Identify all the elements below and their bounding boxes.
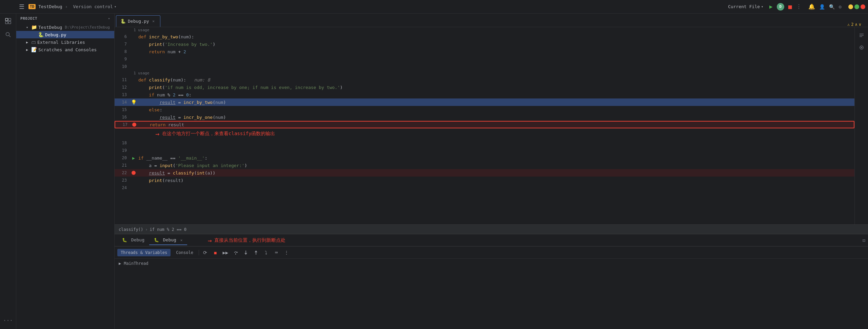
svg-point-5 [6, 33, 9, 36]
tab-debugpy[interactable]: 🐍 Debug.py ✕ [116, 15, 160, 27]
python-tab-icon: 🐍 [120, 19, 126, 24]
chevron-down-icon: ▾ [108, 17, 110, 20]
version-control-btn[interactable]: Version control ▾ [71, 3, 119, 10]
app-icon [3, 0, 15, 12]
current-line-arrow: 💡 [131, 99, 137, 105]
annotation-1: → 在这个地方打一个断点，来查看classify函数的输出 [115, 128, 854, 139]
debug-annotation-2: → 直接从当前位置，执行到新断点处 [208, 236, 285, 244]
console-label: Console [176, 250, 193, 255]
chevron-up-icon: ∧ [855, 22, 857, 27]
breadcrumb-expr[interactable]: if num % 2 == 0 [150, 227, 186, 232]
stop-debug-btn[interactable]: ◼ [211, 249, 219, 257]
svg-rect-4 [8, 21, 11, 24]
console-tab[interactable]: Console [173, 249, 197, 256]
sidebar-header: Project ▾ [16, 14, 114, 23]
warning-icon: ⚠ [847, 22, 850, 27]
project-title[interactable]: TestDebug [38, 4, 62, 9]
editor-wrapper: 1 usage 6 def incr_by_two(num): 7 print(… [115, 27, 868, 224]
run-button[interactable]: ▶ [769, 3, 773, 10]
threads-variables-label: Threads & Variables [121, 250, 167, 255]
chevron-down-icon: ▾ [761, 5, 763, 8]
right-panel-icons [854, 27, 868, 224]
bookmarks-icon[interactable] [856, 30, 867, 41]
more-actions-button[interactable]: ⋮ [796, 3, 802, 10]
code-line-16: 16 result = incr_by_one(num) [115, 113, 854, 121]
chevron-down-icon: ∨ [859, 22, 861, 27]
main-thread-item[interactable]: ▶ MainThread [117, 260, 865, 267]
search-icon[interactable]: 🔍 [829, 4, 835, 10]
code-line-14: 14 💡 result = incr_by_two(num) [115, 98, 854, 106]
tab-close-button[interactable]: ✕ [151, 19, 156, 24]
threads-variables-tab[interactable]: Threads & Variables [117, 249, 171, 256]
editor-area: 🐍 Debug.py ✕ ⚠ 2 ∧ ∨ 1 usage [115, 14, 868, 329]
main-layout: ··· Project ▾ ▾ 📁 TestDebug D:\Project\T… [0, 14, 868, 329]
breakpoint-icon[interactable] [132, 123, 136, 127]
tab-debug-1[interactable]: 🐛 Debug [117, 235, 149, 245]
step-out-btn[interactable] [252, 249, 260, 257]
svg-rect-2 [8, 18, 11, 21]
evaluate-btn[interactable]: ⌨ [272, 249, 280, 257]
sidebar-item-debugpy[interactable]: 🐍 Debug.py [16, 31, 114, 38]
activity-more-icon[interactable]: ··· [2, 314, 14, 326]
sidebar-item-external-libs[interactable]: ▶ 🗃 External Libraries [16, 38, 114, 46]
settings-icon[interactable]: ⚙ [839, 4, 842, 10]
step-over-btn[interactable] [232, 249, 240, 257]
chevron-right-icon: ▶ [24, 39, 30, 45]
bug-icon-2: 🐛 [154, 238, 159, 242]
code-line-19: 19 [115, 147, 854, 154]
svg-line-6 [9, 36, 11, 37]
maximize-button[interactable] [854, 4, 859, 9]
run-to-cursor-btn[interactable]: ⤵ [262, 249, 270, 257]
restore-layout-icon[interactable]: ⊡ [863, 238, 865, 243]
sidebar-item-label: Debug.py [45, 32, 66, 37]
svg-point-11 [861, 47, 862, 48]
tab-debug-2[interactable]: 🐛 Debug ✕ [149, 235, 187, 245]
annotation-arrow-icon: → [155, 130, 159, 138]
restore-btn[interactable]: ⟳ [201, 249, 209, 257]
debug-badge[interactable]: D [777, 3, 784, 11]
chevron-down-icon: ▾ [24, 24, 30, 30]
user-icon[interactable]: 👤 [819, 4, 825, 10]
current-file-button[interactable]: Current File ▾ [726, 3, 765, 10]
sidebar-item-testdebug[interactable]: ▾ 📁 TestDebug D:\Project\TestDebug [16, 23, 114, 31]
code-line-22: 22 result = classify(int(a)) [115, 169, 854, 177]
close-button[interactable] [861, 4, 865, 9]
sidebar: Project ▾ ▾ 📁 TestDebug D:\Project\TestD… [16, 14, 115, 329]
stop-button[interactable]: ■ [788, 3, 792, 10]
activity-search-icon[interactable] [2, 29, 14, 41]
breakpoint-icon-2[interactable] [132, 171, 136, 175]
hamburger-menu[interactable]: ☰ [18, 3, 26, 10]
annotation-arrow-2-icon: → [208, 236, 212, 244]
breadcrumb-separator: › [145, 227, 147, 232]
debug-panel: 🐛 Debug 🐛 Debug ✕ → 直接从当前位置，执行到新断点处 ⊡ [115, 234, 868, 329]
sidebar-item-label: TestDebug [38, 25, 62, 30]
code-line-20: 20 ▶ if __name__ == '__main__': [115, 154, 854, 162]
usage-hint-1: 1 usage [115, 27, 854, 33]
code-line-24: 24 [115, 184, 854, 191]
run-arrow-icon[interactable]: ▶ [132, 156, 135, 161]
minimize-button[interactable] [848, 4, 853, 9]
scratches-icon: 📝 [31, 47, 37, 52]
folder-icon: 📁 [31, 24, 37, 30]
breadcrumb-func[interactable]: classify() [119, 227, 143, 232]
debug-settings-btn[interactable]: ⋮ [282, 249, 291, 257]
tab-bar: 🐍 Debug.py ✕ ⚠ 2 ∧ ∨ [115, 14, 868, 27]
code-line-21: 21 a = input('Please input an integer:') [115, 162, 854, 169]
code-line-15: 15 else: [115, 106, 854, 113]
tab-debug-close[interactable]: ✕ [180, 238, 183, 242]
titlebar: ☰ TD TestDebug › Version control ▾ Curre… [0, 0, 868, 14]
chevron-right-icon: ▶ [24, 47, 30, 52]
activity-project-icon[interactable] [2, 15, 14, 27]
usage-hint-2: 1 usage [115, 70, 854, 76]
settings-panel-icon[interactable] [856, 42, 867, 53]
thread-label: MainThread [124, 261, 148, 266]
notifications-icon[interactable]: 🔔 [808, 3, 815, 10]
resume-btn[interactable]: ▶▶ [221, 249, 230, 257]
sidebar-item-scratches[interactable]: ▶ 📝 Scratches and Consoles [16, 46, 114, 53]
code-editor[interactable]: 1 usage 6 def incr_by_two(num): 7 print(… [115, 27, 854, 224]
sidebar-item-path: D:\Project\TestDebug [65, 25, 110, 30]
external-libs-icon: 🗃 [31, 39, 36, 45]
chevron-down-icon: ▾ [114, 5, 116, 8]
code-line-11: 11 def classify(num): num: 8 [115, 76, 854, 84]
step-into-btn[interactable] [242, 249, 250, 257]
